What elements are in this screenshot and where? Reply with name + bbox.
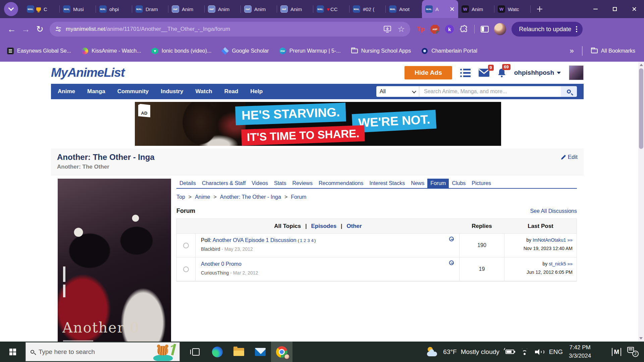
last-post-user-link[interactable]: ImNotAnOtaku1: [533, 237, 566, 243]
mal-tray-icon[interactable]: M: [612, 348, 621, 356]
tab-stats[interactable]: Stats: [271, 179, 289, 188]
topic-author[interactable]: CuriousThing: [201, 270, 229, 276]
my-list-icon[interactable]: [460, 69, 471, 77]
task-view-button[interactable]: [185, 342, 207, 362]
tab-details[interactable]: Details: [176, 179, 199, 188]
topic-radio[interactable]: [183, 243, 189, 248]
tab-news[interactable]: News: [408, 179, 427, 188]
nav-anime[interactable]: Anime: [58, 88, 75, 95]
browser-tab-10[interactable]: MAL#02 (: [350, 0, 386, 18]
extensions-puzzle-icon[interactable]: [460, 25, 468, 34]
bookmark-prerun-warmup[interactable]: RWPrerun Warmup | 5-...: [279, 47, 341, 55]
tab-forum[interactable]: Forum: [427, 179, 449, 188]
forward-button[interactable]: →: [19, 22, 33, 36]
user-menu[interactable]: ohpishhposh: [514, 69, 561, 76]
reload-button[interactable]: ↻: [33, 22, 47, 36]
topic-author[interactable]: Blackbird: [201, 246, 220, 252]
tab-recommendations[interactable]: Recommendations: [316, 179, 366, 188]
topic-radio[interactable]: [183, 266, 189, 272]
see-all-discussions-link[interactable]: See All Discussions: [530, 208, 577, 214]
tab-close-icon[interactable]: [449, 6, 455, 12]
browser-tab-13[interactable]: WAnim: [458, 0, 494, 18]
browser-tab-9[interactable]: MAL♥CC: [313, 0, 350, 18]
address-bar[interactable]: myanimelist.net/anime/11701/Another__The…: [50, 22, 410, 37]
back-button[interactable]: ←: [5, 22, 19, 36]
tab-videos[interactable]: Videos: [249, 179, 271, 188]
weather-widget[interactable]: 63°F Mostly cloudy: [427, 347, 499, 357]
taskbar-clock[interactable]: 7:42 PM 3/3/2024: [569, 344, 591, 360]
new-tab-button[interactable]: [534, 3, 545, 15]
ad-banner[interactable]: AD HE'S STARVING. WE'RE NOT. IT'S TIME T…: [135, 102, 501, 146]
browser-tab-14[interactable]: WWatc: [494, 0, 531, 18]
language-indicator[interactable]: ENG: [549, 348, 563, 356]
nav-watch[interactable]: Watch: [195, 88, 212, 95]
taskbar-search[interactable]: Type here to search: [25, 342, 180, 361]
kagi-extension-icon[interactable]: k: [445, 25, 454, 34]
breadcrumb-forum[interactable]: Forum: [291, 194, 306, 200]
tab-clubs[interactable]: Clubs: [449, 179, 469, 188]
last-post-jump-link[interactable]: »»: [567, 261, 573, 266]
browser-tab-5[interactable]: HoFAnim: [168, 0, 205, 18]
maximize-button[interactable]: [605, 0, 625, 18]
browser-tab-6[interactable]: HoFAnim: [205, 0, 241, 18]
mal-logo[interactable]: MyAnimeList: [51, 66, 124, 80]
wifi-icon[interactable]: [520, 349, 529, 355]
battery-icon[interactable]: [505, 350, 514, 354]
user-avatar[interactable]: [569, 65, 584, 80]
bookmarks-overflow-button[interactable]: »: [570, 47, 574, 55]
page-link[interactable]: 1: [300, 238, 302, 243]
mail-button[interactable]: [250, 342, 271, 362]
tab-characters-staff[interactable]: Characters & Staff: [199, 179, 249, 188]
browser-tab-8[interactable]: HoFAnim: [277, 0, 313, 18]
browser-tab-4[interactable]: MALDram: [132, 0, 168, 18]
tampermonkey-extension-icon[interactable]: Tp: [417, 25, 425, 33]
search-input[interactable]: Search Anime, Manga, and more...: [419, 86, 561, 97]
topic-title-link[interactable]: Another OVA Episode 1 Discussion: [213, 237, 297, 243]
topic-title-link[interactable]: Another 0 Promo: [201, 261, 241, 267]
messages-button[interactable]: 9: [479, 69, 489, 77]
browser-tab-11[interactable]: MALAnot: [386, 0, 422, 18]
action-center-button[interactable]: 2: [627, 347, 639, 357]
bookmark-easynews[interactable]: Easynews Global Se...: [7, 47, 71, 55]
adblock-extension-icon[interactable]: ABP4: [430, 25, 439, 34]
browser-tab-2[interactable]: MALMusi: [60, 0, 96, 18]
start-button[interactable]: [0, 342, 25, 362]
breadcrumb-top[interactable]: Top: [176, 194, 185, 200]
nav-read[interactable]: Read: [224, 88, 238, 95]
bookmark-ionic-bonds[interactable]: ▼Ionic bonds (video)...: [151, 47, 212, 55]
tab-pictures[interactable]: Pictures: [469, 179, 494, 188]
minimize-button[interactable]: [586, 0, 605, 18]
side-panel-icon[interactable]: [481, 26, 489, 33]
search-category-select[interactable]: All: [376, 86, 419, 97]
install-app-button[interactable]: [383, 25, 391, 33]
hide-ads-button[interactable]: Hide Ads: [405, 66, 452, 79]
browser-tab-1[interactable]: MALC: [23, 0, 60, 18]
tab-interest-stacks[interactable]: Interest Stacks: [366, 179, 408, 188]
tab-search-button[interactable]: [4, 2, 18, 16]
page-link[interactable]: 3: [308, 238, 310, 243]
relaunch-update-button[interactable]: Relaunch to update: [512, 22, 583, 37]
nav-manga[interactable]: Manga: [87, 88, 105, 95]
search-highlight-tiger-image[interactable]: [147, 343, 179, 361]
all-bookmarks-button[interactable]: All Bookmarks: [591, 47, 635, 55]
search-button[interactable]: [561, 86, 577, 97]
browser-tab-active[interactable]: MALA: [422, 0, 458, 18]
bookmark-kissanime[interactable]: KissAnime - Watch...: [81, 47, 141, 55]
edit-link[interactable]: Edit: [561, 154, 578, 161]
bookmark-folder-nursing[interactable]: Nursing School Apps: [351, 47, 411, 55]
breadcrumb-anime[interactable]: Anime: [195, 194, 210, 200]
url-text[interactable]: myanimelist.net/anime/11701/Another__The…: [66, 26, 230, 33]
breadcrumb-title[interactable]: Another: The Other - Inga: [220, 194, 281, 200]
bookmark-google-scholar[interactable]: Google Scholar: [221, 47, 269, 55]
last-post-jump-link[interactable]: »»: [567, 237, 573, 243]
nav-industry[interactable]: Industry: [161, 88, 183, 95]
browser-profile-avatar[interactable]: [494, 23, 506, 35]
scroll-down-icon[interactable]: [639, 337, 643, 340]
tab-reviews[interactable]: Reviews: [289, 179, 315, 188]
chrome-button[interactable]: [271, 342, 292, 362]
bookmark-star-button[interactable]: ☆: [397, 25, 405, 33]
close-button[interactable]: [625, 0, 644, 18]
volume-icon[interactable]: [535, 349, 543, 355]
bookmark-chamberlain-portal[interactable]: Chamberlain Portal: [421, 47, 477, 55]
notifications-button[interactable]: 69: [497, 68, 506, 77]
